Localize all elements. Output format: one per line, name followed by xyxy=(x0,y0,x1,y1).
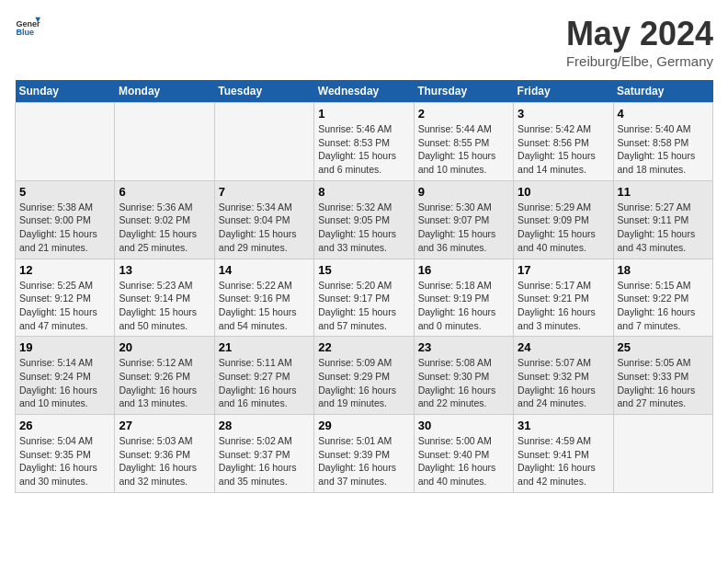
calendar-day-23: 23Sunrise: 5:08 AM Sunset: 9:30 PM Dayli… xyxy=(414,337,513,415)
day-number: 20 xyxy=(119,340,210,354)
calendar-week-row: 1Sunrise: 5:46 AM Sunset: 8:53 PM Daylig… xyxy=(16,103,713,181)
day-info: Sunrise: 5:04 AM Sunset: 9:35 PM Dayligh… xyxy=(19,434,110,488)
calendar-day-6: 6Sunrise: 5:36 AM Sunset: 9:02 PM Daylig… xyxy=(115,180,214,259)
day-number: 18 xyxy=(618,263,709,277)
day-number: 10 xyxy=(518,185,609,199)
calendar-week-row: 26Sunrise: 5:04 AM Sunset: 9:35 PM Dayli… xyxy=(16,415,713,493)
day-info: Sunrise: 5:14 AM Sunset: 9:24 PM Dayligh… xyxy=(19,356,110,410)
day-info: Sunrise: 5:27 AM Sunset: 9:11 PM Dayligh… xyxy=(618,201,709,255)
day-number: 30 xyxy=(418,419,509,432)
weekday-header-monday: Monday xyxy=(115,80,214,103)
day-number: 11 xyxy=(618,185,709,199)
calendar-week-row: 12Sunrise: 5:25 AM Sunset: 9:12 PM Dayli… xyxy=(16,259,713,337)
day-number: 14 xyxy=(219,263,310,277)
weekday-header-thursday: Thursday xyxy=(414,80,513,103)
empty-cell xyxy=(214,103,313,181)
calendar-day-15: 15Sunrise: 5:20 AM Sunset: 9:17 PM Dayli… xyxy=(314,259,414,337)
calendar-day-2: 2Sunrise: 5:44 AM Sunset: 8:55 PM Daylig… xyxy=(414,103,513,181)
day-number: 19 xyxy=(19,340,110,354)
day-number: 12 xyxy=(19,263,110,277)
day-info: Sunrise: 5:12 AM Sunset: 9:26 PM Dayligh… xyxy=(119,356,210,410)
calendar-day-13: 13Sunrise: 5:23 AM Sunset: 9:14 PM Dayli… xyxy=(115,259,214,337)
calendar-day-25: 25Sunrise: 5:05 AM Sunset: 9:33 PM Dayli… xyxy=(613,337,712,415)
day-info: Sunrise: 5:44 AM Sunset: 8:55 PM Dayligh… xyxy=(418,122,509,177)
day-info: Sunrise: 5:42 AM Sunset: 8:56 PM Dayligh… xyxy=(518,122,609,177)
day-info: Sunrise: 5:34 AM Sunset: 9:04 PM Dayligh… xyxy=(219,201,310,255)
day-number: 3 xyxy=(518,107,609,121)
location-title: Freiburg/Elbe, Germany xyxy=(566,53,713,69)
day-info: Sunrise: 5:01 AM Sunset: 9:39 PM Dayligh… xyxy=(318,434,409,488)
month-title: May 2024 xyxy=(566,15,713,53)
day-number: 4 xyxy=(618,107,709,121)
calendar-day-16: 16Sunrise: 5:18 AM Sunset: 9:19 PM Dayli… xyxy=(414,259,513,337)
day-info: Sunrise: 5:40 AM Sunset: 8:58 PM Dayligh… xyxy=(618,122,709,177)
day-info: Sunrise: 5:17 AM Sunset: 9:21 PM Dayligh… xyxy=(518,279,609,333)
calendar-day-30: 30Sunrise: 5:00 AM Sunset: 9:40 PM Dayli… xyxy=(414,415,513,493)
day-info: Sunrise: 5:36 AM Sunset: 9:02 PM Dayligh… xyxy=(119,201,210,255)
day-number: 27 xyxy=(119,419,210,432)
svg-text:Blue: Blue xyxy=(16,28,34,37)
day-info: Sunrise: 5:02 AM Sunset: 9:37 PM Dayligh… xyxy=(219,434,310,488)
calendar-day-10: 10Sunrise: 5:29 AM Sunset: 9:09 PM Dayli… xyxy=(514,180,613,259)
calendar-day-1: 1Sunrise: 5:46 AM Sunset: 8:53 PM Daylig… xyxy=(314,103,414,181)
empty-cell xyxy=(613,415,712,493)
calendar-day-17: 17Sunrise: 5:17 AM Sunset: 9:21 PM Dayli… xyxy=(514,259,613,337)
calendar-day-11: 11Sunrise: 5:27 AM Sunset: 9:11 PM Dayli… xyxy=(613,180,712,259)
calendar-week-row: 19Sunrise: 5:14 AM Sunset: 9:24 PM Dayli… xyxy=(16,337,713,415)
empty-cell xyxy=(115,103,214,181)
calendar-day-27: 27Sunrise: 5:03 AM Sunset: 9:36 PM Dayli… xyxy=(115,415,214,493)
calendar-day-31: 31Sunrise: 4:59 AM Sunset: 9:41 PM Dayli… xyxy=(514,415,613,493)
day-info: Sunrise: 5:46 AM Sunset: 8:53 PM Dayligh… xyxy=(318,122,409,177)
day-number: 9 xyxy=(418,185,509,199)
logo-icon: General Blue xyxy=(15,15,40,40)
day-number: 2 xyxy=(418,107,509,121)
logo: General Blue xyxy=(15,15,40,40)
calendar-day-20: 20Sunrise: 5:12 AM Sunset: 9:26 PM Dayli… xyxy=(115,337,214,415)
day-number: 17 xyxy=(518,263,609,277)
calendar-day-7: 7Sunrise: 5:34 AM Sunset: 9:04 PM Daylig… xyxy=(214,180,313,259)
svg-text:General: General xyxy=(16,19,40,29)
weekday-header-tuesday: Tuesday xyxy=(214,80,313,103)
weekday-header-row: SundayMondayTuesdayWednesdayThursdayFrid… xyxy=(16,80,713,103)
calendar-day-26: 26Sunrise: 5:04 AM Sunset: 9:35 PM Dayli… xyxy=(16,415,115,493)
day-number: 15 xyxy=(318,263,409,277)
day-info: Sunrise: 5:32 AM Sunset: 9:05 PM Dayligh… xyxy=(318,201,409,255)
day-info: Sunrise: 5:20 AM Sunset: 9:17 PM Dayligh… xyxy=(318,279,409,333)
weekday-header-sunday: Sunday xyxy=(16,80,115,103)
calendar-day-4: 4Sunrise: 5:40 AM Sunset: 8:58 PM Daylig… xyxy=(613,103,712,181)
day-info: Sunrise: 5:15 AM Sunset: 9:22 PM Dayligh… xyxy=(618,279,709,333)
calendar-day-28: 28Sunrise: 5:02 AM Sunset: 9:37 PM Dayli… xyxy=(214,415,313,493)
day-info: Sunrise: 5:23 AM Sunset: 9:14 PM Dayligh… xyxy=(119,279,210,333)
day-info: Sunrise: 5:09 AM Sunset: 9:29 PM Dayligh… xyxy=(318,356,409,410)
calendar-table: SundayMondayTuesdayWednesdayThursdayFrid… xyxy=(15,80,713,493)
day-number: 7 xyxy=(219,185,310,199)
calendar-day-9: 9Sunrise: 5:30 AM Sunset: 9:07 PM Daylig… xyxy=(414,180,513,259)
calendar-day-29: 29Sunrise: 5:01 AM Sunset: 9:39 PM Dayli… xyxy=(314,415,414,493)
weekday-header-wednesday: Wednesday xyxy=(314,80,414,103)
day-info: Sunrise: 5:25 AM Sunset: 9:12 PM Dayligh… xyxy=(19,279,110,333)
day-info: Sunrise: 4:59 AM Sunset: 9:41 PM Dayligh… xyxy=(518,434,609,488)
day-info: Sunrise: 5:03 AM Sunset: 9:36 PM Dayligh… xyxy=(119,434,210,488)
calendar-day-14: 14Sunrise: 5:22 AM Sunset: 9:16 PM Dayli… xyxy=(214,259,313,337)
day-info: Sunrise: 5:38 AM Sunset: 9:00 PM Dayligh… xyxy=(19,201,110,255)
weekday-header-friday: Friday xyxy=(514,80,613,103)
title-block: May 2024 Freiburg/Elbe, Germany xyxy=(566,15,713,69)
day-number: 6 xyxy=(119,185,210,199)
day-number: 25 xyxy=(618,340,709,354)
day-number: 26 xyxy=(19,419,110,432)
day-info: Sunrise: 5:29 AM Sunset: 9:09 PM Dayligh… xyxy=(518,201,609,255)
day-number: 29 xyxy=(318,419,409,432)
calendar-day-24: 24Sunrise: 5:07 AM Sunset: 9:32 PM Dayli… xyxy=(514,337,613,415)
day-info: Sunrise: 5:08 AM Sunset: 9:30 PM Dayligh… xyxy=(418,356,509,410)
calendar-day-3: 3Sunrise: 5:42 AM Sunset: 8:56 PM Daylig… xyxy=(514,103,613,181)
calendar-day-19: 19Sunrise: 5:14 AM Sunset: 9:24 PM Dayli… xyxy=(16,337,115,415)
day-info: Sunrise: 5:18 AM Sunset: 9:19 PM Dayligh… xyxy=(418,279,509,333)
calendar-day-12: 12Sunrise: 5:25 AM Sunset: 9:12 PM Dayli… xyxy=(16,259,115,337)
day-number: 21 xyxy=(219,340,310,354)
day-info: Sunrise: 5:22 AM Sunset: 9:16 PM Dayligh… xyxy=(219,279,310,333)
page-header: General Blue May 2024 Freiburg/Elbe, Ger… xyxy=(15,15,713,69)
day-number: 13 xyxy=(119,263,210,277)
day-info: Sunrise: 5:05 AM Sunset: 9:33 PM Dayligh… xyxy=(618,356,709,410)
day-number: 28 xyxy=(219,419,310,432)
day-info: Sunrise: 5:11 AM Sunset: 9:27 PM Dayligh… xyxy=(219,356,310,410)
